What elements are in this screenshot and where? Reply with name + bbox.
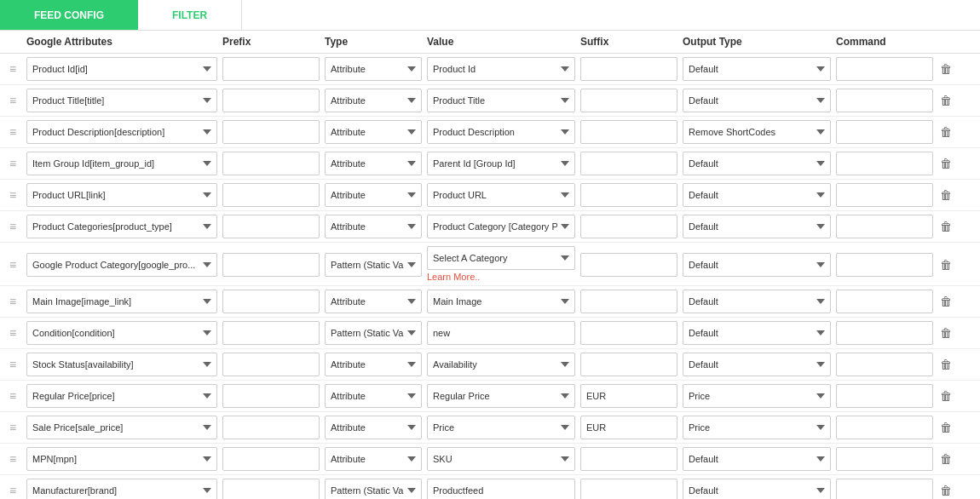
output-type-select[interactable]: Default (683, 447, 831, 471)
command-input[interactable] (836, 384, 933, 408)
prefix-input[interactable] (222, 215, 320, 238)
suffix-input[interactable] (580, 253, 677, 277)
drag-handle[interactable]: ≡ (7, 125, 24, 139)
drag-handle[interactable]: ≡ (7, 452, 24, 466)
attribute-select[interactable]: Product Title[title] (26, 89, 217, 112)
suffix-input[interactable] (580, 447, 677, 471)
value-select[interactable]: Product Category [Category Path] (427, 215, 575, 238)
type-select[interactable]: Attribute (325, 353, 422, 376)
command-input[interactable] (836, 89, 933, 112)
drag-handle[interactable]: ≡ (7, 188, 24, 202)
suffix-input[interactable] (580, 384, 677, 408)
suffix-input[interactable] (580, 57, 677, 81)
value-select[interactable]: Parent Id [Group Id] (427, 152, 575, 175)
delete-button[interactable]: 🗑 (938, 155, 954, 172)
attribute-select[interactable]: Product Categories[product_type] (26, 215, 217, 238)
drag-handle[interactable]: ≡ (7, 484, 24, 497)
suffix-input[interactable] (580, 89, 677, 112)
delete-button[interactable]: 🗑 (938, 186, 954, 204)
value-select[interactable]: Product Id (427, 57, 575, 81)
prefix-input[interactable] (222, 416, 320, 439)
value-select[interactable]: Availability (427, 353, 575, 376)
delete-button[interactable]: 🗑 (938, 123, 954, 141)
output-type-select[interactable]: Price (683, 416, 831, 439)
drag-handle[interactable]: ≡ (7, 389, 24, 403)
value-input[interactable] (427, 321, 575, 345)
output-type-select[interactable]: Default (683, 89, 831, 112)
command-input[interactable] (836, 57, 933, 81)
suffix-input[interactable] (580, 479, 677, 499)
drag-handle[interactable]: ≡ (7, 295, 24, 308)
type-select[interactable]: Attribute (325, 152, 422, 175)
suffix-input[interactable] (580, 120, 677, 144)
suffix-input[interactable] (580, 152, 677, 175)
delete-button[interactable]: 🗑 (938, 324, 954, 341)
value-select[interactable]: Main Image (427, 290, 575, 313)
command-input[interactable] (836, 215, 933, 238)
attribute-select[interactable]: Condition[condition] (26, 321, 217, 345)
delete-button[interactable]: 🗑 (938, 92, 954, 109)
attribute-select[interactable]: Manufacturer[brand] (26, 479, 217, 499)
attribute-select[interactable]: Product Description[description] (26, 120, 217, 144)
value-select[interactable]: Product Title (427, 89, 575, 112)
suffix-input[interactable] (580, 353, 677, 376)
attribute-select[interactable]: Sale Price[sale_price] (26, 416, 217, 439)
type-select[interactable]: Attribute (325, 183, 422, 207)
prefix-input[interactable] (222, 57, 320, 81)
command-input[interactable] (836, 290, 933, 313)
prefix-input[interactable] (222, 321, 320, 345)
value-select[interactable]: SKU (427, 447, 575, 471)
attribute-select[interactable]: Item Group Id[item_group_id] (26, 152, 217, 175)
output-type-select[interactable]: Price (683, 384, 831, 408)
command-input[interactable] (836, 120, 933, 144)
value-select[interactable]: Product URL (427, 183, 575, 207)
prefix-input[interactable] (222, 290, 320, 313)
command-input[interactable] (836, 152, 933, 175)
prefix-input[interactable] (222, 120, 320, 144)
command-input[interactable] (836, 479, 933, 499)
tab-feed-config[interactable]: FEED CONFIG (0, 0, 138, 30)
delete-button[interactable]: 🗑 (938, 387, 954, 404)
output-type-select[interactable]: Default (683, 57, 831, 81)
suffix-input[interactable] (580, 416, 677, 439)
drag-handle[interactable]: ≡ (7, 94, 24, 107)
delete-button[interactable]: 🗑 (938, 482, 954, 499)
delete-button[interactable]: 🗑 (938, 293, 954, 310)
attribute-select[interactable]: Main Image[image_link] (26, 290, 217, 313)
attribute-select[interactable]: Stock Status[availability] (26, 353, 217, 376)
type-select[interactable]: Attribute (325, 89, 422, 112)
delete-button[interactable]: 🗑 (938, 218, 954, 235)
prefix-input[interactable] (222, 183, 320, 207)
suffix-input[interactable] (580, 215, 677, 238)
attribute-select[interactable]: Regular Price[price] (26, 384, 217, 408)
value-input[interactable] (427, 479, 575, 499)
type-select[interactable]: Attribute (325, 120, 422, 144)
drag-handle[interactable]: ≡ (7, 358, 24, 371)
learn-more-link[interactable]: Learn More.. (427, 270, 575, 284)
prefix-input[interactable] (222, 89, 320, 112)
prefix-input[interactable] (222, 353, 320, 376)
output-type-select[interactable]: Default (683, 253, 831, 277)
prefix-input[interactable] (222, 479, 320, 499)
prefix-input[interactable] (222, 447, 320, 471)
value-select[interactable]: Price (427, 416, 575, 439)
delete-button[interactable]: 🗑 (938, 256, 954, 273)
category-select[interactable]: Select A Category (427, 246, 575, 270)
suffix-input[interactable] (580, 290, 677, 313)
type-select[interactable]: Pattern (Static Value (325, 253, 422, 277)
type-select[interactable]: Pattern (Static Value (325, 321, 422, 345)
output-type-select[interactable]: Default (683, 353, 831, 376)
output-type-select[interactable]: Default (683, 479, 831, 499)
attribute-select[interactable]: Product URL[link] (26, 183, 217, 207)
type-select[interactable]: Attribute (325, 290, 422, 313)
delete-button[interactable]: 🗑 (938, 419, 954, 436)
attribute-select[interactable]: Product Id[id] (26, 57, 217, 81)
drag-handle[interactable]: ≡ (7, 258, 24, 272)
type-select[interactable]: Attribute (325, 215, 422, 238)
command-input[interactable] (836, 183, 933, 207)
prefix-input[interactable] (222, 152, 320, 175)
command-input[interactable] (836, 447, 933, 471)
type-select[interactable]: Pattern (Static Value (325, 479, 422, 499)
output-type-select[interactable]: Default (683, 152, 831, 175)
suffix-input[interactable] (580, 183, 677, 207)
